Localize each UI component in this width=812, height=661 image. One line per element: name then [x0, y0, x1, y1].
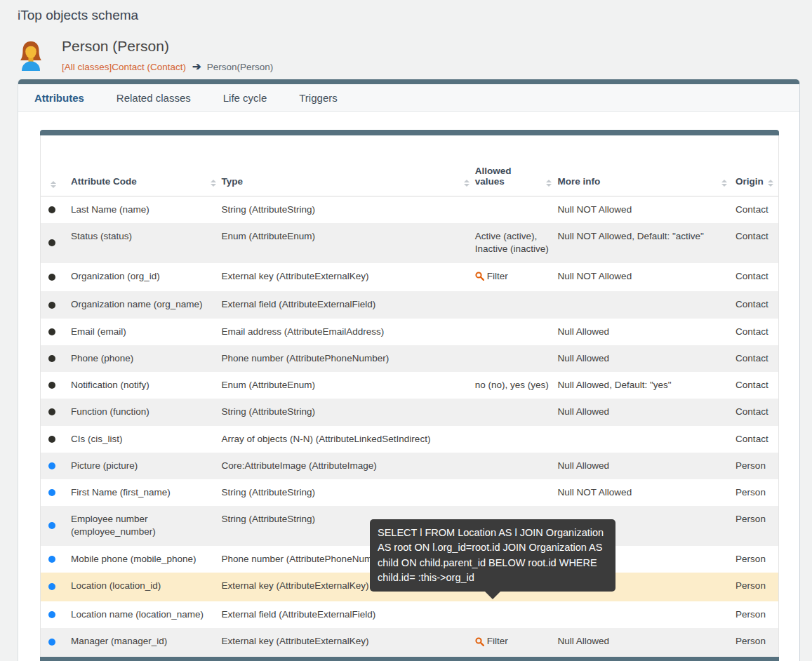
breadcrumb-arrow-icon: ➔ [192, 60, 201, 73]
column-header-allowed-values[interactable]: Allowed values [475, 166, 554, 196]
filter-link[interactable]: Filter [475, 270, 508, 283]
cell-bullet [41, 345, 71, 372]
origin-bullet-icon [48, 206, 55, 213]
breadcrumb-link-all-classes[interactable]: [All classes] [62, 62, 112, 72]
origin-bullet-icon [48, 556, 55, 563]
filter-label: Filter [487, 270, 508, 283]
origin-bullet-icon [48, 239, 55, 246]
cell-allowed-values [475, 345, 554, 372]
table-row[interactable]: CIs (cis_list) Array of objects (N-N) (A… [41, 426, 778, 453]
cell-allowed-values: no (no), yes (yes) [475, 372, 554, 399]
cell-type: String (AttributeString) [222, 196, 475, 223]
table-row[interactable]: Location name (location_name) External f… [41, 601, 778, 628]
allowed-values-text: no (no), yes (yes) [475, 380, 549, 390]
cell-origin: Person [733, 573, 778, 601]
cell-type: External key (AttributeExternalKey) [222, 263, 475, 292]
cell-allowed-values: Filter [475, 263, 554, 292]
magnifier-icon [475, 272, 484, 281]
table-row[interactable]: Phone (phone) Phone number (AttributePho… [41, 345, 778, 372]
cell-type: Enum (AttributeEnum) [222, 372, 475, 399]
cell-bullet [41, 453, 71, 479]
tab-triggers[interactable]: Triggers [299, 92, 337, 104]
table-bottom-bar [40, 657, 779, 661]
breadcrumb-current-class: Person(Person) [207, 62, 274, 72]
cell-bullet [41, 479, 71, 506]
tab-related-classes[interactable]: Related classes [117, 92, 191, 104]
cell-type: Phone number (AttributePhoneNumber) [222, 345, 475, 372]
cell-origin: Person [733, 628, 778, 657]
cell-origin: Person [733, 546, 778, 573]
cell-attribute-code: Manager (manager_id) [71, 628, 222, 657]
cell-type: Enum (AttributeEnum) [222, 223, 475, 262]
cell-bullet [41, 263, 71, 292]
cell-type: External field (AttributeExternalField) [222, 601, 475, 628]
origin-bullet-icon [48, 328, 55, 335]
cell-attribute-code: Function (function) [71, 399, 222, 425]
cell-attribute-code: First Name (first_name) [71, 479, 222, 506]
tab-attributes[interactable]: Attributes [34, 92, 84, 104]
cell-more-info: Null NOT Allowed, Default: "active" [554, 223, 733, 262]
cell-origin: Contact [733, 196, 778, 223]
cell-origin: Contact [733, 223, 778, 262]
cell-allowed-values: Active (active), Inactive (inactive) [475, 223, 554, 262]
cell-bullet [41, 573, 71, 601]
column-header-type[interactable]: Type [222, 166, 475, 196]
cell-bullet [41, 399, 71, 425]
sort-icon [211, 180, 216, 187]
origin-bullet-icon [48, 611, 55, 618]
table-row[interactable]: Status (status) Enum (AttributeEnum) Act… [41, 223, 778, 262]
breadcrumb-link-contact[interactable]: Contact (Contact) [112, 62, 186, 72]
cell-bullet [41, 426, 71, 453]
table-row[interactable]: Picture (picture) Core:AttributeImage (A… [41, 453, 778, 479]
cell-type: Core:AttributeImage (AttributeImage) [222, 453, 475, 479]
sort-icon [464, 180, 470, 187]
cell-bullet [41, 628, 71, 657]
cell-more-info: Null Allowed [554, 399, 733, 425]
cell-bullet [41, 506, 71, 545]
table-row[interactable]: Notification (notify) Enum (AttributeEnu… [41, 372, 778, 399]
table-row[interactable]: Organization name (org_name) External fi… [41, 291, 778, 318]
cell-more-info [554, 291, 733, 318]
cell-origin: Contact [733, 426, 778, 453]
cell-more-info: Null Allowed [554, 345, 733, 372]
table-row[interactable]: Last Name (name) String (AttributeString… [41, 196, 778, 223]
cell-origin: Contact [733, 399, 778, 425]
table-row[interactable]: First Name (first_name) String (Attribut… [41, 479, 778, 506]
cell-origin: Contact [733, 319, 778, 345]
schema-page: iTop objects schema Person (Person) [All… [0, 0, 812, 661]
sort-icon [51, 181, 56, 188]
cell-attribute-code: Notification (notify) [71, 372, 222, 399]
column-header-attribute-code[interactable]: Attribute Code [71, 166, 222, 196]
column-header-origin[interactable]: Origin [733, 166, 778, 196]
cell-origin: Contact [733, 372, 778, 399]
table-row[interactable]: Organization (org_id) External key (Attr… [41, 263, 778, 292]
filter-label: Filter [487, 635, 508, 648]
origin-bullet-icon [48, 274, 55, 281]
cell-type: Array of objects (N-N) (AttributeLinkedS… [222, 426, 475, 453]
cell-more-info: Null NOT Allowed [554, 196, 733, 223]
table-row[interactable]: Function (function) String (AttributeStr… [41, 399, 778, 425]
table-row[interactable]: Email (email) Email address (AttributeEm… [41, 319, 778, 345]
column-header-bullet[interactable] [41, 166, 71, 196]
cell-origin: Contact [733, 291, 778, 318]
tab-life-cycle[interactable]: Life cycle [223, 92, 267, 104]
oql-filter-tooltip: SELECT l FROM Location AS l JOIN Organiz… [370, 519, 615, 592]
cell-origin: Person [733, 453, 778, 479]
cell-bullet [41, 601, 71, 628]
cell-allowed-values [475, 291, 554, 318]
cell-allowed-values [475, 319, 554, 345]
cell-more-info [554, 601, 733, 628]
cell-more-info [554, 426, 733, 453]
cell-origin: Person [733, 601, 778, 628]
cell-origin: Contact [733, 263, 778, 292]
origin-bullet-icon [48, 382, 55, 389]
column-header-more-info[interactable]: More info [554, 166, 733, 196]
person-class-icon [18, 39, 44, 72]
cell-attribute-code: Status (status) [71, 223, 222, 262]
table-row[interactable]: Manager (manager_id) External key (Attri… [41, 628, 778, 657]
cell-type: String (AttributeString) [222, 479, 475, 506]
filter-link[interactable]: Filter [475, 635, 508, 648]
panel-top-bar [18, 79, 799, 84]
cell-bullet [41, 291, 71, 318]
sort-icon [546, 180, 552, 187]
